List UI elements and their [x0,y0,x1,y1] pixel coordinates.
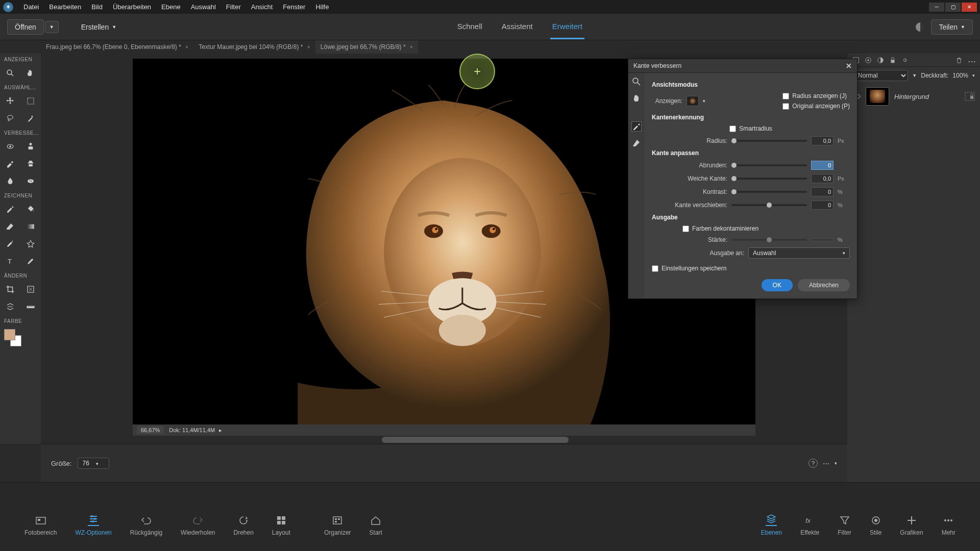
home-button[interactable]: Start [360,513,391,538]
layout-button[interactable]: Layout [263,513,300,538]
eyedropper-tool[interactable] [0,235,20,253]
contrast-slider[interactable] [731,191,807,193]
smart-radius-checkbox[interactable]: Smartradius [729,125,772,132]
radius-value[interactable]: 0,0 [811,136,834,145]
smooth-slider[interactable] [731,164,807,166]
hand-tool[interactable] [20,64,41,82]
lock-icon[interactable] [889,57,896,64]
close-tab-icon[interactable]: × [185,44,188,50]
feather-value[interactable]: 0,0 [811,174,834,183]
doc-tab-2[interactable]: Löwe.jpeg bei 66,7% (RGB/8) *× [315,40,418,54]
horizontal-scrollbar[interactable] [133,436,755,444]
blur-tool[interactable] [0,172,20,190]
layer-row[interactable]: Hintergrund [847,84,980,109]
rotate-button[interactable]: Drehen [224,513,262,538]
collapse-icon[interactable]: ▾ [835,461,837,466]
content-aware-tool[interactable] [0,298,20,315]
menu-auswahl[interactable]: Auswahl [186,3,221,11]
trash-icon[interactable] [955,57,963,64]
photobin-button[interactable]: Fotobereich [15,513,66,538]
cancel-button[interactable]: Abbrechen [798,279,850,291]
clone-stamp-tool[interactable] [20,155,41,172]
undo-button[interactable]: Rückgängig [121,513,172,538]
layers-panel-button[interactable]: Ebenen [752,513,791,538]
menu-bild[interactable]: Bild [86,3,108,11]
zoom-level[interactable]: 66,67% [137,426,164,434]
mask-icon[interactable] [865,57,872,64]
opacity-value[interactable]: 100% [952,72,968,79]
sponge-tool[interactable] [20,172,41,190]
radius-slider[interactable] [731,140,807,142]
close-tab-icon[interactable]: × [410,44,413,50]
close-button[interactable]: ✕ [962,3,977,12]
smart-brush-tool[interactable] [0,155,20,172]
help-icon[interactable]: ? [808,459,818,468]
mode-schnell[interactable]: Schnell [455,15,484,39]
text-tool[interactable]: T [0,253,20,270]
dialog-close-button[interactable]: ✕ [846,62,852,70]
dialog-refine-brush-tool[interactable] [632,122,641,131]
dialog-erase-tool[interactable] [632,138,641,147]
ok-button[interactable]: OK [762,279,793,291]
marquee-tool[interactable] [20,92,41,110]
adjustment-icon[interactable] [877,57,884,64]
menu-ansicht[interactable]: Ansicht [246,3,278,11]
info-arrow-icon[interactable]: ▸ [219,427,222,434]
pencil-tool[interactable] [20,253,41,270]
more-panel-button[interactable]: Mehr [933,513,965,538]
create-button[interactable]: Erstellen ▼ [74,20,124,34]
tool-options-button[interactable]: WZ-Optionen [66,513,120,538]
magic-wand-tool[interactable] [20,110,41,127]
open-button[interactable]: Öffnen [7,19,44,35]
close-tab-icon[interactable]: × [307,44,310,50]
lasso-tool[interactable] [0,110,20,127]
organizer-button[interactable]: Organizer [315,513,360,538]
doc-tab-0[interactable]: Frau.jpeg bei 66,7% (Ebene 0, Ebenenmask… [41,40,193,54]
open-dropdown[interactable]: ▼ [45,21,59,33]
shift-edge-value[interactable]: 0 [811,201,834,210]
doc-tab-1[interactable]: Textur Mauer.jpeg bei 104% (RGB/8) *× [193,40,315,54]
eraser-tool[interactable] [0,218,20,235]
dialog-zoom-tool[interactable] [632,77,641,86]
layer-name[interactable]: Hintergrund [894,93,929,101]
redo-button[interactable]: Wiederholen [172,513,224,538]
straighten-tool[interactable] [20,298,41,315]
crop-tool[interactable] [0,281,20,298]
smooth-value[interactable] [811,161,834,170]
effects-panel-button[interactable]: fxEffekte [791,513,828,538]
menu-fenster[interactable]: Fenster [278,3,310,11]
show-radius-checkbox[interactable]: Radius anzeigen (J) [782,92,850,99]
filters-panel-button[interactable]: Filter [828,513,861,538]
color-swatches[interactable] [0,326,41,349]
size-value-select[interactable]: 76 ▾ [78,458,109,469]
blend-mode-select[interactable]: Normal [852,70,908,81]
contrast-value[interactable]: 0 [811,187,834,196]
show-original-checkbox[interactable]: Original anzeigen (P) [782,103,850,110]
menu-datei[interactable]: Datei [18,3,44,11]
decontaminate-checkbox[interactable]: Farben dekontaminieren [682,225,758,232]
feather-slider[interactable] [731,178,807,180]
menu-ueberarbeiten[interactable]: Überarbeiten [108,3,156,11]
styles-panel-button[interactable]: Stile [861,513,891,538]
remember-settings-checkbox[interactable]: Einstellungen speichern [652,265,726,272]
link-layer-icon[interactable] [901,57,909,64]
minimize-button[interactable]: ─ [929,3,944,12]
view-thumbnail[interactable] [687,96,699,106]
output-to-select[interactable]: Auswahl▾ [748,247,850,259]
mode-erweitert[interactable]: Erweitert [550,15,584,39]
move-tool[interactable] [0,92,20,110]
graphics-panel-button[interactable]: Grafiken [891,513,932,538]
menu-filter[interactable]: Filter [221,3,246,11]
dialog-hand-tool[interactable] [632,93,641,103]
recompose-tool[interactable] [20,281,41,298]
gradient-tool[interactable] [20,218,41,235]
amount-slider[interactable] [731,239,807,241]
maximize-button[interactable]: ▢ [945,3,961,12]
layer-lock-icon[interactable] [965,92,975,101]
spot-heal-tool[interactable] [20,138,41,155]
view-dropdown-icon[interactable]: ▾ [703,98,705,104]
panel-menu-icon[interactable]: ⋯ [968,57,975,64]
menu-ebene[interactable]: Ebene [156,3,186,11]
scrollbar-thumb[interactable] [382,437,569,443]
share-button[interactable]: Teilen ▼ [931,19,973,35]
